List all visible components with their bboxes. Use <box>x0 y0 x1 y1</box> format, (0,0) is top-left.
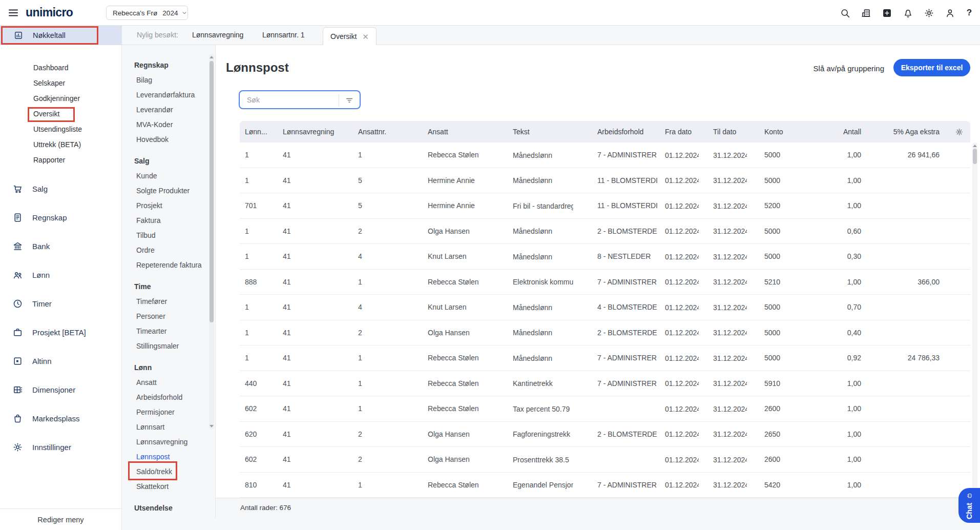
sidebar-item-godkjenninger[interactable]: Godkjenninger <box>0 91 122 106</box>
submenu-item-timefører[interactable]: Timefører <box>134 294 203 309</box>
submenu-item-prosjekt[interactable]: Prosjekt <box>134 198 203 213</box>
sidebar-item-markedsplass[interactable]: Markedsplass <box>0 404 122 433</box>
recent-tab-lonnsavregning[interactable]: Lønnsavregning <box>192 26 243 45</box>
scroll-up-icon[interactable] <box>973 145 977 147</box>
submenu-item-skattekort[interactable]: Skattekort <box>134 479 203 494</box>
submenu-item-kunde[interactable]: Kunde <box>134 169 203 184</box>
table-row[interactable]: 620412Olga HansenFagforeningstrekk2 - BL… <box>240 422 970 447</box>
submenu-item-ansatt[interactable]: Ansatt <box>134 375 203 390</box>
column-header-til-dato[interactable]: Til dato <box>708 128 759 136</box>
close-icon[interactable]: ✕ <box>362 33 369 40</box>
table-row[interactable]: 1412Olga HansenMånedslønn2 - BLOMSTERDE0… <box>240 320 970 346</box>
cell-til-dato: 31.12.2024 <box>708 176 759 185</box>
sidebar-item-altinn[interactable]: Altinn <box>0 346 122 375</box>
table-row[interactable]: 1414Knut LarsenMånedslønn8 - NESTLEDER01… <box>240 244 970 270</box>
add-icon[interactable] <box>882 8 892 18</box>
grouping-toggle[interactable]: Slå av/på gruppering <box>814 64 884 73</box>
column-header-5-aga-ekstra[interactable]: 5% Aga ekstra <box>866 128 945 136</box>
column-header-antall[interactable]: Antall <box>800 128 866 136</box>
submenu-item-ordre[interactable]: Ordre <box>134 243 203 258</box>
company-selector[interactable]: Rebecca's Frø 2024 <box>106 6 188 20</box>
sidebar-item-salg[interactable]: Salg <box>0 174 122 203</box>
cell-text-clip: Månedslønn <box>513 227 552 235</box>
sidebar-item-rapporter[interactable]: Rapporter <box>0 152 122 168</box>
sidebar-item-oversikt[interactable]: Oversikt <box>0 106 122 121</box>
search-input[interactable] <box>240 91 339 108</box>
scrollbar-thumb[interactable] <box>973 149 977 164</box>
column-header-ansattnr[interactable]: Ansattnr. <box>353 128 423 136</box>
profile-icon[interactable] <box>945 8 955 18</box>
tab-oversikt-active[interactable]: Oversikt ✕ <box>323 27 377 45</box>
edit-menu-button[interactable]: Rediger meny <box>0 508 121 530</box>
submenu-item-leverandør[interactable]: Leverandør <box>134 103 203 117</box>
sidebar-item-nokkeltall[interactable]: Nøkkeltall <box>0 26 122 45</box>
table-row[interactable]: 1411Rebecca StølenMånedslønn7 - ADMINIST… <box>240 142 970 168</box>
column-header-ansatt[interactable]: Ansatt <box>423 128 508 136</box>
export-to-excel-button[interactable]: Eksporter til excel <box>893 59 970 76</box>
submenu-item-lønnspost[interactable]: Lønnspost <box>134 450 203 464</box>
submenu-item-lønnsart[interactable]: Lønnsart <box>134 420 203 435</box>
table-row[interactable]: 440411Rebecca StølenKantinetrekk7 - ADMI… <box>240 371 970 397</box>
sidebar-item-dimensjoner[interactable]: Dimensjoner <box>0 375 122 404</box>
recent-tab-lonnsartnr-1[interactable]: Lønnsartnr. 1 <box>262 26 305 45</box>
sidebar-item-selskaper[interactable]: Selskaper <box>0 75 122 91</box>
submenu-item-mva-koder[interactable]: MVA-Koder <box>134 117 203 132</box>
settings-icon[interactable] <box>924 8 934 18</box>
table-row[interactable]: 602412Olga HansenProsenttrekk 38.501.12.… <box>240 447 970 473</box>
submenu-item-saldo-trekk[interactable]: Saldo/trekk <box>134 464 203 479</box>
cell-lønn: 1 <box>240 354 278 362</box>
table-row[interactable]: 1414Knut LarsenMånedslønn4 - BLOMSTERDE0… <box>240 295 970 320</box>
submenu-item-personer[interactable]: Personer <box>134 309 203 324</box>
menu-icon[interactable] <box>7 7 19 19</box>
sidebar-item-uttrekk-beta[interactable]: Uttrekk (BETA) <box>0 137 122 152</box>
submenu-item-hovedbok[interactable]: Hovedbok <box>134 132 203 147</box>
submenu-scrollbar[interactable] <box>209 54 214 430</box>
submenu-item-faktura[interactable]: Faktura <box>134 213 203 228</box>
table-row[interactable]: 888411Rebecca StølenElektronisk kommunik… <box>240 270 970 295</box>
filter-button[interactable] <box>339 91 360 108</box>
submenu-item-lønnsavregning[interactable]: Lønnsavregning <box>134 435 203 450</box>
submenu-item-tilbud[interactable]: Tilbud <box>134 228 203 243</box>
submenu-item-timearter[interactable]: Timearter <box>134 324 203 339</box>
sidebar-item-dashboard[interactable]: Dashboard <box>0 60 122 75</box>
sidebar-item-innstillinger[interactable]: Innstillinger <box>0 433 122 461</box>
scrollbar-thumb[interactable] <box>210 61 214 322</box>
column-header-arbeidsforhold[interactable]: Arbeidsforhold <box>592 128 660 136</box>
sidebar-item-regnskap[interactable]: Regnskap <box>0 203 122 232</box>
submenu-item-leverandørfaktura[interactable]: Leverandørfaktura <box>134 88 203 103</box>
table-row[interactable]: 810411Rebecca StølenEgenandel Pensjon7 -… <box>240 473 970 498</box>
help-icon[interactable]: ? <box>966 8 973 18</box>
table-row[interactable]: 602411Rebecca StølenTax percent 50.7901.… <box>240 396 970 422</box>
table-row[interactable]: 701415Hermine AnnieFri bil - standardreg… <box>240 193 970 219</box>
sidebar-item-utsendingsliste[interactable]: Utsendingsliste <box>0 121 122 137</box>
organization-icon[interactable] <box>861 8 871 18</box>
chat-button[interactable]: Chat <box>958 488 980 523</box>
column-header-fra-dato[interactable]: Fra dato <box>660 128 708 136</box>
cell-tekst: Månedslønn <box>508 252 592 261</box>
column-header-lønnsavregning[interactable]: Lønnsavregning <box>278 128 353 136</box>
search-icon[interactable] <box>840 8 850 18</box>
table-settings-button[interactable] <box>945 128 970 136</box>
scroll-down-icon[interactable] <box>210 425 214 427</box>
cell-date-clip: 01.12.2024 <box>665 379 699 388</box>
table-row[interactable]: 1415Hermine AnnieMånedslønn11 - BLOMSTER… <box>240 168 970 194</box>
sidebar-item-prosjekt-beta[interactable]: Prosjekt [BETA] <box>0 318 122 346</box>
submenu-item-permisjoner[interactable]: Permisjoner <box>134 405 203 420</box>
table-row[interactable]: 1411Rebecca StølenMånedslønn7 - ADMINIST… <box>240 345 970 371</box>
table-row[interactable]: 1412Olga HansenMånedslønn2 - BLOMSTERDE0… <box>240 219 970 244</box>
scroll-up-icon[interactable] <box>210 56 214 58</box>
sidebar-item-timer[interactable]: Timer <box>0 289 122 318</box>
submenu-item-arbeidsforhold[interactable]: Arbeidsforhold <box>134 390 203 405</box>
cell-til-dato: 31.12.2024 <box>708 430 759 438</box>
submenu-item-repeterende-faktura[interactable]: Repeterende faktura <box>134 258 203 273</box>
notifications-icon[interactable] <box>903 8 913 18</box>
column-header-tekst[interactable]: Tekst <box>508 128 592 136</box>
sidebar-item-bank[interactable]: Bank <box>0 232 122 260</box>
submenu-item-bilag[interactable]: Bilag <box>134 73 203 88</box>
column-header-konto[interactable]: Konto <box>759 128 800 136</box>
column-header-lønn[interactable]: Lønn... <box>240 128 278 136</box>
submenu-item-solgte-produkter[interactable]: Solgte Produkter <box>134 184 203 198</box>
table-scrollbar[interactable] <box>972 142 977 498</box>
sidebar-item-lønn[interactable]: Lønn <box>0 260 122 289</box>
submenu-item-stillingsmaler[interactable]: Stillingsmaler <box>134 339 203 354</box>
